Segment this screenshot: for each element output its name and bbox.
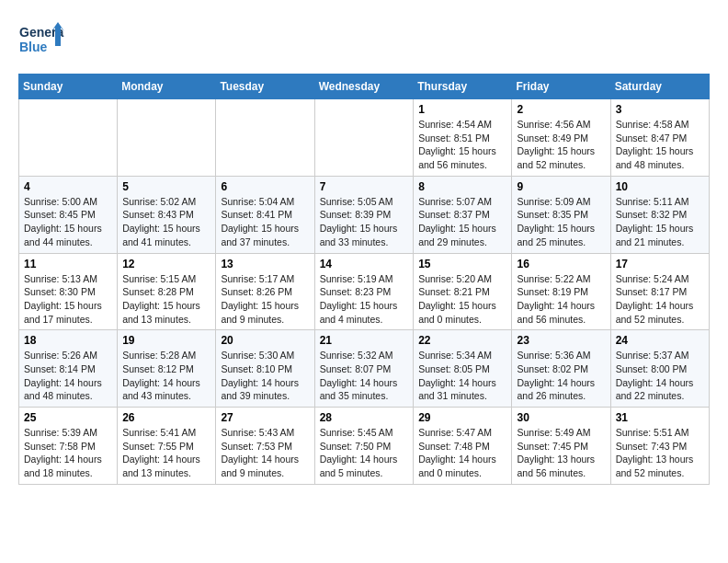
day-number: 29 [418, 411, 506, 424]
cell-content: Sunrise: 5:45 AM Sunset: 7:50 PM Dayligh… [320, 426, 409, 480]
weekday-header-tuesday: Tuesday [216, 75, 314, 99]
calendar-cell: 2Sunrise: 4:56 AM Sunset: 8:49 PM Daylig… [512, 99, 610, 177]
day-number: 20 [221, 334, 309, 347]
calendar-cell: 29Sunrise: 5:47 AM Sunset: 7:48 PM Dayli… [414, 408, 512, 485]
day-number: 12 [122, 258, 210, 270]
day-number: 4 [24, 180, 112, 193]
cell-content: Sunrise: 5:36 AM Sunset: 8:02 PM Dayligh… [517, 349, 605, 403]
day-number: 2 [517, 103, 605, 116]
calendar-week-row: 1Sunrise: 4:54 AM Sunset: 8:51 PM Daylig… [19, 99, 710, 177]
calendar-cell: 22Sunrise: 5:34 AM Sunset: 8:05 PM Dayli… [414, 330, 512, 408]
weekday-header-friday: Friday [512, 75, 610, 99]
page-header: General Blue [18, 18, 710, 64]
day-number: 19 [122, 334, 210, 347]
cell-content: Sunrise: 5:11 AM Sunset: 8:32 PM Dayligh… [616, 195, 704, 249]
calendar-table: SundayMondayTuesdayWednesdayThursdayFrid… [18, 74, 710, 485]
calendar-cell: 17Sunrise: 5:24 AM Sunset: 8:17 PM Dayli… [610, 253, 709, 330]
cell-content: Sunrise: 4:58 AM Sunset: 8:47 PM Dayligh… [616, 118, 704, 172]
day-number: 27 [221, 411, 309, 424]
cell-content: Sunrise: 5:02 AM Sunset: 8:43 PM Dayligh… [122, 195, 210, 249]
calendar-week-row: 18Sunrise: 5:26 AM Sunset: 8:14 PM Dayli… [19, 330, 710, 408]
calendar-cell: 9Sunrise: 5:09 AM Sunset: 8:35 PM Daylig… [512, 176, 610, 253]
calendar-cell [118, 99, 216, 177]
calendar-cell: 19Sunrise: 5:28 AM Sunset: 8:12 PM Dayli… [118, 330, 216, 408]
calendar-cell: 24Sunrise: 5:37 AM Sunset: 8:00 PM Dayli… [610, 330, 709, 408]
day-number: 1 [418, 103, 506, 116]
day-number: 17 [616, 258, 704, 270]
cell-content: Sunrise: 4:54 AM Sunset: 8:51 PM Dayligh… [418, 118, 506, 172]
logo-svg: General Blue [18, 18, 64, 64]
calendar-cell: 26Sunrise: 5:41 AM Sunset: 7:55 PM Dayli… [118, 408, 216, 485]
day-number: 13 [221, 258, 309, 270]
day-number: 18 [24, 334, 112, 347]
weekday-header-wednesday: Wednesday [314, 75, 414, 99]
day-number: 6 [221, 180, 309, 193]
calendar-cell: 6Sunrise: 5:04 AM Sunset: 8:41 PM Daylig… [216, 176, 314, 253]
calendar-week-row: 4Sunrise: 5:00 AM Sunset: 8:45 PM Daylig… [19, 176, 710, 253]
svg-text:Blue: Blue [19, 40, 48, 54]
cell-content: Sunrise: 5:34 AM Sunset: 8:05 PM Dayligh… [418, 349, 506, 403]
weekday-header-monday: Monday [118, 75, 216, 99]
cell-content: Sunrise: 5:15 AM Sunset: 8:28 PM Dayligh… [122, 272, 210, 327]
cell-content: Sunrise: 5:43 AM Sunset: 7:53 PM Dayligh… [221, 426, 309, 480]
calendar-cell: 31Sunrise: 5:51 AM Sunset: 7:43 PM Dayli… [610, 408, 709, 485]
day-number: 25 [24, 411, 112, 424]
calendar-cell [314, 99, 414, 177]
weekday-header-saturday: Saturday [610, 75, 709, 99]
weekday-header-thursday: Thursday [414, 75, 512, 99]
calendar-cell: 3Sunrise: 4:58 AM Sunset: 8:47 PM Daylig… [610, 99, 709, 177]
logo: General Blue [18, 18, 64, 64]
cell-content: Sunrise: 5:22 AM Sunset: 8:19 PM Dayligh… [517, 272, 605, 327]
cell-content: Sunrise: 5:20 AM Sunset: 8:21 PM Dayligh… [418, 272, 506, 327]
calendar-cell: 23Sunrise: 5:36 AM Sunset: 8:02 PM Dayli… [512, 330, 610, 408]
day-number: 22 [418, 334, 506, 347]
day-number: 26 [122, 411, 210, 424]
cell-content: Sunrise: 5:24 AM Sunset: 8:17 PM Dayligh… [616, 272, 704, 327]
day-number: 14 [320, 258, 409, 270]
cell-content: Sunrise: 5:26 AM Sunset: 8:14 PM Dayligh… [24, 349, 112, 403]
cell-content: Sunrise: 5:51 AM Sunset: 7:43 PM Dayligh… [616, 426, 704, 480]
cell-content: Sunrise: 5:09 AM Sunset: 8:35 PM Dayligh… [517, 195, 605, 249]
calendar-cell: 12Sunrise: 5:15 AM Sunset: 8:28 PM Dayli… [118, 253, 216, 330]
cell-content: Sunrise: 5:49 AM Sunset: 7:45 PM Dayligh… [517, 426, 605, 480]
calendar-cell: 10Sunrise: 5:11 AM Sunset: 8:32 PM Dayli… [610, 176, 709, 253]
day-number: 28 [320, 411, 409, 424]
day-number: 16 [517, 258, 605, 270]
day-number: 9 [517, 180, 605, 193]
calendar-cell: 4Sunrise: 5:00 AM Sunset: 8:45 PM Daylig… [19, 176, 118, 253]
cell-content: Sunrise: 5:47 AM Sunset: 7:48 PM Dayligh… [418, 426, 506, 480]
cell-content: Sunrise: 5:28 AM Sunset: 8:12 PM Dayligh… [122, 349, 210, 403]
calendar-cell: 16Sunrise: 5:22 AM Sunset: 8:19 PM Dayli… [512, 253, 610, 330]
calendar-cell: 1Sunrise: 4:54 AM Sunset: 8:51 PM Daylig… [414, 99, 512, 177]
weekday-header-sunday: Sunday [19, 75, 118, 99]
day-number: 10 [616, 180, 704, 193]
calendar-cell: 30Sunrise: 5:49 AM Sunset: 7:45 PM Dayli… [512, 408, 610, 485]
cell-content: Sunrise: 5:04 AM Sunset: 8:41 PM Dayligh… [221, 195, 309, 249]
day-number: 24 [616, 334, 704, 347]
day-number: 11 [24, 258, 112, 270]
cell-content: Sunrise: 5:17 AM Sunset: 8:26 PM Dayligh… [221, 272, 309, 327]
cell-content: Sunrise: 5:30 AM Sunset: 8:10 PM Dayligh… [221, 349, 309, 403]
cell-content: Sunrise: 5:37 AM Sunset: 8:00 PM Dayligh… [616, 349, 704, 403]
cell-content: Sunrise: 5:00 AM Sunset: 8:45 PM Dayligh… [24, 195, 112, 249]
calendar-cell: 14Sunrise: 5:19 AM Sunset: 8:23 PM Dayli… [314, 253, 414, 330]
calendar-cell: 28Sunrise: 5:45 AM Sunset: 7:50 PM Dayli… [314, 408, 414, 485]
cell-content: Sunrise: 5:39 AM Sunset: 7:58 PM Dayligh… [24, 426, 112, 480]
calendar-header-row: SundayMondayTuesdayWednesdayThursdayFrid… [19, 75, 710, 99]
day-number: 3 [616, 103, 704, 116]
calendar-cell: 11Sunrise: 5:13 AM Sunset: 8:30 PM Dayli… [19, 253, 118, 330]
day-number: 31 [616, 411, 704, 424]
cell-content: Sunrise: 4:56 AM Sunset: 8:49 PM Dayligh… [517, 118, 605, 172]
calendar-cell: 15Sunrise: 5:20 AM Sunset: 8:21 PM Dayli… [414, 253, 512, 330]
cell-content: Sunrise: 5:19 AM Sunset: 8:23 PM Dayligh… [320, 272, 409, 327]
calendar-week-row: 11Sunrise: 5:13 AM Sunset: 8:30 PM Dayli… [19, 253, 710, 330]
calendar-cell [216, 99, 314, 177]
day-number: 5 [122, 180, 210, 193]
cell-content: Sunrise: 5:13 AM Sunset: 8:30 PM Dayligh… [24, 272, 112, 327]
day-number: 7 [320, 180, 409, 193]
day-number: 30 [517, 411, 605, 424]
calendar-cell [19, 99, 118, 177]
calendar-cell: 27Sunrise: 5:43 AM Sunset: 7:53 PM Dayli… [216, 408, 314, 485]
day-number: 15 [418, 258, 506, 270]
calendar-cell: 5Sunrise: 5:02 AM Sunset: 8:43 PM Daylig… [118, 176, 216, 253]
